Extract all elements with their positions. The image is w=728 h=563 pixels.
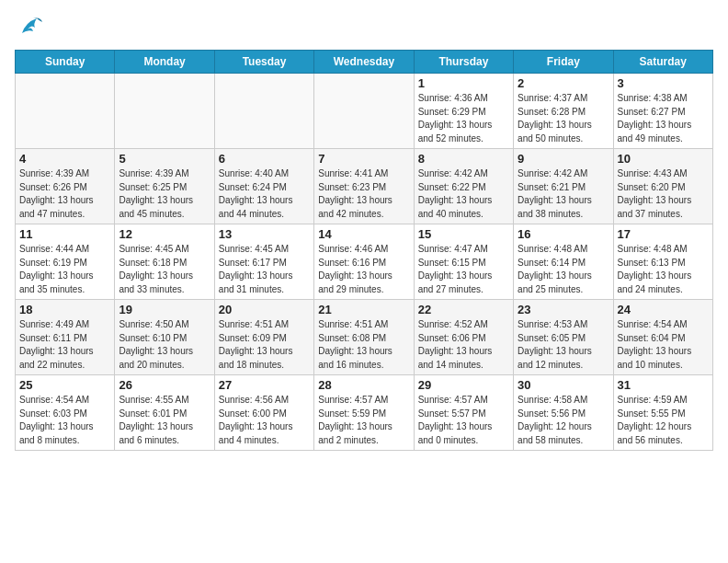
calendar-header: SundayMondayTuesdayWednesdayThursdayFrid… (16, 51, 713, 74)
day-number: 15 (418, 227, 509, 241)
calendar-week-row: 1Sunrise: 4:36 AM Sunset: 6:29 PM Daylig… (16, 74, 713, 149)
day-number: 23 (518, 303, 609, 316)
calendar-week-row: 11Sunrise: 4:44 AM Sunset: 6:19 PM Dayli… (16, 224, 713, 300)
day-number: 13 (219, 227, 310, 241)
day-info: Sunrise: 4:42 AM Sunset: 6:22 PM Dayligh… (418, 167, 509, 221)
calendar-cell: 12Sunrise: 4:45 AM Sunset: 6:18 PM Dayli… (115, 224, 214, 300)
logo-icon (15, 15, 44, 40)
calendar-cell: 26Sunrise: 4:55 AM Sunset: 6:01 PM Dayli… (115, 375, 214, 451)
day-number: 30 (518, 378, 609, 392)
calendar-cell: 30Sunrise: 4:58 AM Sunset: 5:56 PM Dayli… (514, 375, 613, 451)
day-number: 17 (618, 227, 709, 241)
day-number: 16 (518, 227, 609, 241)
calendar-cell: 15Sunrise: 4:47 AM Sunset: 6:15 PM Dayli… (414, 224, 513, 300)
calendar-cell: 22Sunrise: 4:52 AM Sunset: 6:06 PM Dayli… (414, 300, 513, 375)
day-number: 9 (518, 152, 609, 166)
day-number: 26 (119, 378, 210, 392)
weekday-header: Thursday (414, 51, 513, 74)
calendar-cell: 13Sunrise: 4:45 AM Sunset: 6:17 PM Dayli… (214, 224, 313, 300)
calendar-cell (115, 74, 214, 149)
day-info: Sunrise: 4:59 AM Sunset: 5:55 PM Dayligh… (618, 394, 709, 447)
day-number: 5 (119, 152, 210, 166)
day-number: 18 (19, 303, 110, 316)
day-number: 7 (318, 152, 409, 166)
calendar-week-row: 18Sunrise: 4:49 AM Sunset: 6:11 PM Dayli… (16, 300, 713, 375)
day-number: 10 (618, 152, 709, 166)
calendar-cell: 25Sunrise: 4:54 AM Sunset: 6:03 PM Dayli… (16, 375, 115, 451)
day-info: Sunrise: 4:39 AM Sunset: 6:26 PM Dayligh… (19, 167, 110, 221)
calendar-cell: 16Sunrise: 4:48 AM Sunset: 6:14 PM Dayli… (514, 224, 613, 300)
day-info: Sunrise: 4:45 AM Sunset: 6:17 PM Dayligh… (219, 243, 310, 296)
calendar: SundayMondayTuesdayWednesdayThursdayFrid… (15, 50, 713, 451)
day-number: 19 (119, 303, 210, 316)
day-info: Sunrise: 4:54 AM Sunset: 6:04 PM Dayligh… (618, 318, 709, 372)
weekday-header: Saturday (613, 51, 712, 74)
calendar-cell: 17Sunrise: 4:48 AM Sunset: 6:13 PM Dayli… (613, 224, 712, 300)
calendar-cell: 21Sunrise: 4:51 AM Sunset: 6:08 PM Dayli… (314, 300, 414, 375)
day-info: Sunrise: 4:52 AM Sunset: 6:06 PM Dayligh… (418, 318, 509, 372)
calendar-cell: 4Sunrise: 4:39 AM Sunset: 6:26 PM Daylig… (16, 149, 115, 224)
calendar-cell (314, 74, 414, 149)
day-info: Sunrise: 4:45 AM Sunset: 6:18 PM Dayligh… (119, 243, 210, 296)
weekday-header: Sunday (16, 51, 115, 74)
day-number: 28 (318, 378, 409, 392)
calendar-cell: 7Sunrise: 4:41 AM Sunset: 6:23 PM Daylig… (314, 149, 414, 224)
day-info: Sunrise: 4:51 AM Sunset: 6:08 PM Dayligh… (318, 318, 409, 372)
calendar-cell: 14Sunrise: 4:46 AM Sunset: 6:16 PM Dayli… (314, 224, 414, 300)
day-number: 14 (318, 227, 409, 241)
day-info: Sunrise: 4:57 AM Sunset: 5:59 PM Dayligh… (318, 394, 409, 447)
day-info: Sunrise: 4:44 AM Sunset: 6:19 PM Dayligh… (19, 243, 110, 296)
calendar-body: 1Sunrise: 4:36 AM Sunset: 6:29 PM Daylig… (16, 74, 713, 451)
calendar-cell: 9Sunrise: 4:42 AM Sunset: 6:21 PM Daylig… (514, 149, 613, 224)
calendar-cell: 24Sunrise: 4:54 AM Sunset: 6:04 PM Dayli… (613, 300, 712, 375)
calendar-cell: 29Sunrise: 4:57 AM Sunset: 5:57 PM Dayli… (414, 375, 513, 451)
calendar-cell: 6Sunrise: 4:40 AM Sunset: 6:24 PM Daylig… (214, 149, 313, 224)
calendar-cell: 28Sunrise: 4:57 AM Sunset: 5:59 PM Dayli… (314, 375, 414, 451)
day-info: Sunrise: 4:50 AM Sunset: 6:10 PM Dayligh… (119, 318, 210, 372)
calendar-cell: 1Sunrise: 4:36 AM Sunset: 6:29 PM Daylig… (414, 74, 513, 149)
day-number: 4 (19, 152, 110, 166)
day-number: 29 (418, 378, 509, 392)
day-info: Sunrise: 4:51 AM Sunset: 6:09 PM Dayligh… (219, 318, 310, 372)
day-info: Sunrise: 4:38 AM Sunset: 6:27 PM Dayligh… (618, 92, 709, 145)
day-info: Sunrise: 4:48 AM Sunset: 6:14 PM Dayligh… (518, 243, 609, 296)
day-info: Sunrise: 4:57 AM Sunset: 5:57 PM Dayligh… (418, 394, 509, 447)
day-info: Sunrise: 4:41 AM Sunset: 6:23 PM Dayligh… (318, 167, 409, 221)
day-info: Sunrise: 4:53 AM Sunset: 6:05 PM Dayligh… (518, 318, 609, 372)
calendar-cell: 23Sunrise: 4:53 AM Sunset: 6:05 PM Dayli… (514, 300, 613, 375)
day-info: Sunrise: 4:40 AM Sunset: 6:24 PM Dayligh… (219, 167, 310, 221)
day-info: Sunrise: 4:36 AM Sunset: 6:29 PM Dayligh… (418, 92, 509, 145)
day-info: Sunrise: 4:55 AM Sunset: 6:01 PM Dayligh… (119, 394, 210, 447)
header (15, 15, 713, 40)
day-info: Sunrise: 4:37 AM Sunset: 6:28 PM Dayligh… (518, 92, 609, 145)
weekday-header: Friday (514, 51, 613, 74)
day-number: 21 (318, 303, 409, 316)
weekday-row: SundayMondayTuesdayWednesdayThursdayFrid… (16, 51, 713, 74)
day-number: 20 (219, 303, 310, 316)
day-info: Sunrise: 4:54 AM Sunset: 6:03 PM Dayligh… (19, 394, 110, 447)
calendar-cell: 2Sunrise: 4:37 AM Sunset: 6:28 PM Daylig… (514, 74, 613, 149)
logo (15, 15, 48, 40)
calendar-week-row: 4Sunrise: 4:39 AM Sunset: 6:26 PM Daylig… (16, 149, 713, 224)
calendar-cell: 19Sunrise: 4:50 AM Sunset: 6:10 PM Dayli… (115, 300, 214, 375)
calendar-cell: 5Sunrise: 4:39 AM Sunset: 6:25 PM Daylig… (115, 149, 214, 224)
weekday-header: Tuesday (214, 51, 313, 74)
day-number: 31 (618, 378, 709, 392)
day-number: 24 (618, 303, 709, 316)
day-number: 12 (119, 227, 210, 241)
weekday-header: Wednesday (314, 51, 414, 74)
day-info: Sunrise: 4:47 AM Sunset: 6:15 PM Dayligh… (418, 243, 509, 296)
day-number: 3 (618, 76, 709, 90)
day-number: 27 (219, 378, 310, 392)
calendar-cell: 10Sunrise: 4:43 AM Sunset: 6:20 PM Dayli… (613, 149, 712, 224)
calendar-cell: 8Sunrise: 4:42 AM Sunset: 6:22 PM Daylig… (414, 149, 513, 224)
day-number: 22 (418, 303, 509, 316)
day-number: 1 (418, 76, 509, 90)
day-number: 8 (418, 152, 509, 166)
calendar-cell: 18Sunrise: 4:49 AM Sunset: 6:11 PM Dayli… (16, 300, 115, 375)
calendar-cell (214, 74, 313, 149)
day-info: Sunrise: 4:48 AM Sunset: 6:13 PM Dayligh… (618, 243, 709, 296)
day-info: Sunrise: 4:56 AM Sunset: 6:00 PM Dayligh… (219, 394, 310, 447)
day-info: Sunrise: 4:46 AM Sunset: 6:16 PM Dayligh… (318, 243, 409, 296)
day-number: 6 (219, 152, 310, 166)
